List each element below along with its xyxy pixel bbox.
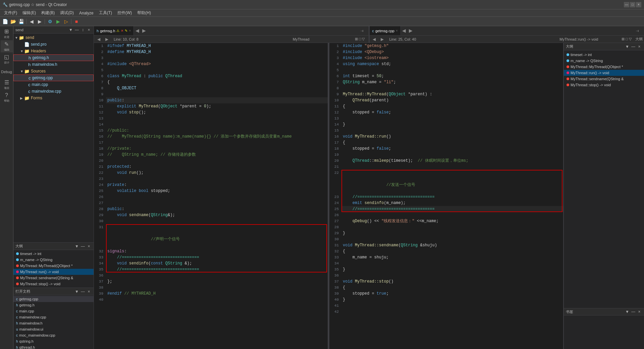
- open-button[interactable]: 📂: [9, 18, 17, 25]
- right-function-selector[interactable]: MyThread::run() -> void: [557, 37, 618, 41]
- build-button[interactable]: ⚙: [46, 18, 54, 25]
- menu-file[interactable]: 文件(F): [1, 9, 20, 17]
- open-doc-moc[interactable]: c moc_mainwindow.cpp: [13, 332, 94, 338]
- sidebar-icon-edit[interactable]: ✎ 编辑: [1, 40, 13, 52]
- open-doc-qthread[interactable]: h qthread.h: [13, 344, 94, 349]
- bookmarks-close[interactable]: ×: [637, 309, 642, 314]
- ro-item-constructor[interactable]: MyThread::MyThread(QObject *: [564, 64, 644, 70]
- bookmarks-filter[interactable]: ▼: [625, 309, 630, 314]
- prev-tab-button[interactable]: ◀: [134, 26, 141, 35]
- line-number: 26: [329, 212, 341, 218]
- run-button[interactable]: ▶: [54, 18, 62, 25]
- tree-item-mainwindow-h[interactable]: h mainwindow.h: [13, 61, 94, 68]
- line-row: 35}: [329, 266, 563, 272]
- code-area-left[interactable]: 1#ifndef MYTHREAD_H 2#define MYTHREAD_H …: [94, 43, 328, 349]
- right-fwd-button[interactable]: ▶: [379, 37, 386, 42]
- menu-edit[interactable]: 编辑(E): [20, 9, 39, 17]
- menu-tools[interactable]: 工具(T): [96, 9, 115, 17]
- tree-item-mainwindow-cpp[interactable]: c mainwindow.cpp: [13, 88, 94, 95]
- tree-item-forms[interactable]: ▶ 📁 Forms: [13, 95, 94, 101]
- tab-close-button[interactable]: ×: [396, 29, 398, 33]
- tab-getmsg-cpp[interactable]: c getmsg.cpp ×: [370, 26, 401, 35]
- tree-item-main-cpp[interactable]: c main.cpp: [13, 81, 94, 88]
- maximize-button[interactable]: □: [630, 2, 635, 7]
- open-doc-getmsg-cpp[interactable]: c getmsg.cpp: [13, 296, 94, 302]
- sidebar-icon-debug[interactable]: Debug: [1, 66, 13, 78]
- tree-item-headers[interactable]: ▼ 📁 Headers: [13, 48, 94, 54]
- left-fwd-button[interactable]: ▶: [103, 37, 110, 42]
- split-right-button[interactable]: ⫣: [631, 26, 644, 35]
- outline-item-mname[interactable]: m_name -> QString: [13, 257, 94, 263]
- open-doc-mainwindow-cpp[interactable]: c mainwindow.cpp: [13, 314, 94, 320]
- menu-controls[interactable]: 控件(W): [115, 9, 135, 17]
- outline-item-constructor[interactable]: MyThread::MyThread(QObject *: [13, 263, 94, 269]
- outline-filter-button[interactable]: ▼: [74, 244, 79, 249]
- outline-item-sendname[interactable]: MyThread::sendname(QString &: [13, 275, 94, 281]
- ro-item-mname[interactable]: m_name -> QString: [564, 58, 644, 64]
- outline-close-button[interactable]: ×: [86, 244, 92, 249]
- left-back-button[interactable]: ◀: [95, 37, 102, 42]
- filter-button[interactable]: ▼: [68, 27, 73, 33]
- close-tree-button[interactable]: ×: [86, 27, 92, 33]
- ro-collapse-button[interactable]: —: [631, 44, 636, 49]
- split-button[interactable]: ⫣: [355, 26, 369, 35]
- tree-item-sources[interactable]: ▼ 📁 Sources: [13, 68, 94, 74]
- open-docs-close-button[interactable]: ×: [86, 289, 92, 294]
- tree-item-send-pro[interactable]: 📄 send.pro: [13, 41, 94, 48]
- ro-item-run[interactable]: MyThread::run() -> void: [564, 70, 644, 76]
- tree-item-getmsg-h[interactable]: h getmsg.h: [13, 54, 94, 61]
- collapse-button[interactable]: —: [74, 27, 79, 33]
- outline-item-run[interactable]: MyThread::run() -> void: [13, 269, 94, 275]
- tree-item-send[interactable]: ▼ 📁 send: [13, 34, 94, 41]
- save-button[interactable]: 💾: [17, 18, 25, 25]
- forward-button[interactable]: ▶: [36, 18, 43, 25]
- sidebar-icon-design[interactable]: ◱ 设计: [1, 53, 13, 65]
- stop-button[interactable]: ■: [73, 18, 80, 25]
- tab-getmsg-h[interactable]: h getmsg.h ⚠ ✕ ✎ ×: [94, 26, 134, 35]
- sidebar-icon-projects[interactable]: ☰ 项目: [1, 79, 13, 91]
- help-icon: ?: [5, 92, 8, 98]
- menu-build[interactable]: 构建(B): [39, 9, 57, 17]
- outline-item-stop[interactable]: MyThread::stop() -> void: [13, 281, 94, 287]
- left-function-selector[interactable]: MyThread: [291, 37, 351, 41]
- code-area-right[interactable]: 1#include "getmsg.h" 2#include <QDebug> …: [329, 43, 563, 349]
- open-doc-mainwindow-h[interactable]: h mainwindow.h: [13, 320, 94, 326]
- open-doc-main-cpp[interactable]: c main.cpp: [13, 308, 94, 314]
- open-doc-qstring[interactable]: h qstring.h: [13, 338, 94, 344]
- next-tab-button[interactable]: ▶: [408, 26, 414, 35]
- open-doc-getmsg-h[interactable]: h getmsg.h: [13, 302, 94, 308]
- outline-panel: 大纲 ▼ — × timeset -> int m_name -> QStrin…: [13, 242, 94, 288]
- menu-help[interactable]: 帮助(H): [135, 9, 154, 17]
- debug-run-button[interactable]: ▷: [62, 18, 70, 25]
- open-docs-filter-button[interactable]: ▼: [74, 289, 79, 294]
- minimize-button[interactable]: —: [624, 2, 629, 7]
- bookmarks-collapse[interactable]: —: [631, 309, 636, 314]
- ro-filter-button[interactable]: ▼: [625, 44, 630, 49]
- open-doc-mainwindow-ui[interactable]: u mainwindow.ui: [13, 326, 94, 332]
- sidebar-icon-help[interactable]: ? 帮助: [1, 91, 13, 103]
- next-tab-button[interactable]: ▶: [141, 26, 147, 35]
- left-location[interactable]: Line: 10, Col: 8: [111, 37, 141, 42]
- open-docs-collapse-button[interactable]: —: [80, 289, 86, 294]
- menu-analyze[interactable]: Analyze: [76, 9, 96, 17]
- close-button[interactable]: ×: [636, 2, 641, 7]
- right-back-button[interactable]: ◀: [371, 37, 378, 42]
- title-bar-controls[interactable]: — □ ×: [624, 2, 641, 7]
- prev-tab-button[interactable]: ◀: [401, 26, 408, 35]
- tree-item-getmsg-cpp[interactable]: c getmsg.cpp: [13, 74, 94, 81]
- outline-collapse-button[interactable]: —: [80, 244, 86, 249]
- tab-close-button[interactable]: ×: [129, 29, 131, 33]
- outline-item-timeset[interactable]: timeset -> int: [13, 251, 94, 257]
- line-content: [341, 236, 563, 242]
- ro-item-timeset[interactable]: timeset -> int: [564, 52, 644, 58]
- back-button[interactable]: ◀: [28, 18, 35, 25]
- menu-debug[interactable]: 调试(D): [57, 9, 76, 17]
- sidebar-icon-welcome[interactable]: ⊞ 欢迎: [1, 28, 13, 40]
- ro-item-sendname[interactable]: MyThread::sendname(QString &: [564, 76, 644, 82]
- right-location[interactable]: Line: 25, Col: 40: [387, 37, 419, 42]
- ro-item-stop[interactable]: MyThread::stop() -> void: [564, 82, 644, 88]
- ro-close-button[interactable]: ×: [637, 44, 642, 49]
- sync-button[interactable]: ↕: [80, 27, 86, 33]
- left-pane-tabs: h getmsg.h ⚠ ✕ ✎ × ◀ ▶ ⫣: [94, 26, 370, 35]
- new-file-button[interactable]: 📄: [1, 18, 9, 25]
